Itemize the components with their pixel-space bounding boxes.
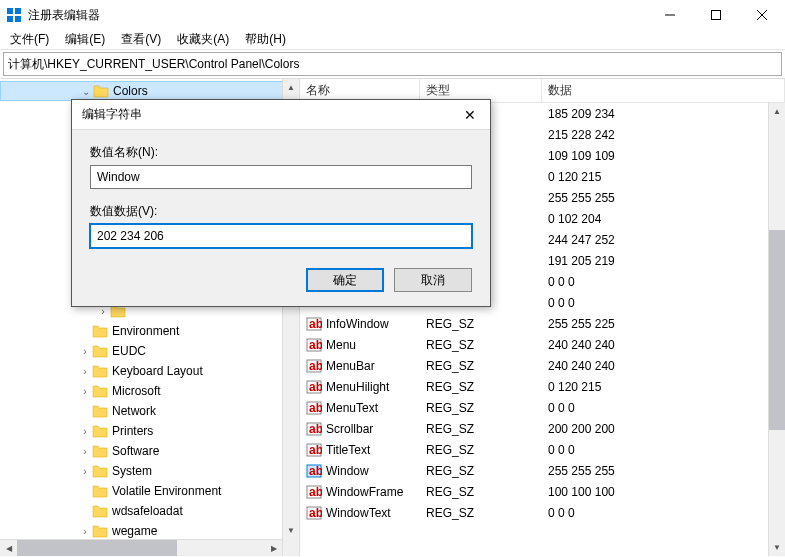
tree-item[interactable]: Volatile Environment	[0, 481, 299, 501]
list-row[interactable]: abMenuREG_SZ240 240 240	[300, 334, 785, 355]
tree-scrollbar-horizontal[interactable]: ◀ ▶	[0, 539, 282, 556]
tree-label: Network	[112, 404, 156, 418]
list-row[interactable]: abMenuBarREG_SZ240 240 240	[300, 355, 785, 376]
tree-expander[interactable]: ›	[78, 386, 92, 397]
svg-text:ab: ab	[309, 380, 322, 394]
value-name-field[interactable]	[90, 165, 472, 189]
value-name: Scrollbar	[326, 422, 373, 436]
value-type: REG_SZ	[426, 422, 474, 436]
scroll-up-button[interactable]: ▲	[283, 79, 299, 96]
value-data: 240 240 240	[548, 359, 615, 373]
tree-label: wegame	[112, 524, 157, 538]
value-data: 244 247 252	[548, 233, 615, 247]
list-row[interactable]: abWindowFrameREG_SZ100 100 100	[300, 481, 785, 502]
value-data: 255 255 255	[548, 464, 615, 478]
svg-rect-2	[7, 16, 13, 22]
close-button[interactable]	[739, 0, 785, 30]
tree-expander[interactable]: ⌄	[79, 86, 93, 97]
tree-item[interactable]: ›Software	[0, 441, 299, 461]
value-data: 255 255 225	[548, 317, 615, 331]
value-name: Menu	[326, 338, 356, 352]
list-row[interactable]: abWindowTextREG_SZ0 0 0	[300, 502, 785, 523]
menu-view[interactable]: 查看(V)	[121, 31, 161, 48]
list-row[interactable]: abScrollbarREG_SZ200 200 200	[300, 418, 785, 439]
tree-expander[interactable]: ›	[78, 346, 92, 357]
tree-item[interactable]: ›Keyboard Layout	[0, 361, 299, 381]
list-row[interactable]: abMenuHilightREG_SZ0 120 215	[300, 376, 785, 397]
list-scrollbar-vertical[interactable]: ▲ ▼	[768, 103, 785, 556]
scroll-thumb[interactable]	[769, 230, 785, 430]
scroll-left-button[interactable]: ◀	[0, 540, 17, 556]
svg-text:ab: ab	[309, 422, 322, 436]
svg-text:ab: ab	[309, 464, 322, 478]
tree-label: Environment	[112, 324, 179, 338]
minimize-button[interactable]	[647, 0, 693, 30]
menu-favorites[interactable]: 收藏夹(A)	[177, 31, 229, 48]
tree-item[interactable]: ›System	[0, 461, 299, 481]
value-data: 109 109 109	[548, 149, 615, 163]
scroll-up-button[interactable]: ▲	[769, 103, 785, 120]
tree-label: Volatile Environment	[112, 484, 221, 498]
value-name: WindowFrame	[326, 485, 403, 499]
svg-rect-0	[7, 8, 13, 14]
column-data[interactable]: 数据	[542, 79, 785, 102]
dialog-titlebar: 编辑字符串 ✕	[72, 100, 490, 130]
svg-text:ab: ab	[309, 443, 322, 457]
svg-rect-5	[712, 11, 721, 20]
value-data: 0 0 0	[548, 296, 575, 310]
tree-item[interactable]: Network	[0, 401, 299, 421]
app-icon	[6, 7, 22, 23]
tree-item[interactable]: ›Microsoft	[0, 381, 299, 401]
tree-expander[interactable]: ›	[78, 426, 92, 437]
value-type: REG_SZ	[426, 401, 474, 415]
tree-item[interactable]: ›EUDC	[0, 341, 299, 361]
value-data: 0 0 0	[548, 443, 575, 457]
value-name: MenuHilight	[326, 380, 389, 394]
tree-item[interactable]: ⌄Colors	[0, 81, 299, 101]
svg-text:ab: ab	[309, 506, 322, 520]
tree-item[interactable]: Environment	[0, 321, 299, 341]
list-row[interactable]: abInfoWindowREG_SZ255 255 225	[300, 313, 785, 334]
list-row[interactable]: abTitleTextREG_SZ0 0 0	[300, 439, 785, 460]
menu-help[interactable]: 帮助(H)	[245, 31, 286, 48]
value-type: REG_SZ	[426, 338, 474, 352]
scroll-down-button[interactable]: ▼	[283, 522, 299, 539]
ok-button[interactable]: 确定	[306, 268, 384, 292]
value-data: 200 200 200	[548, 422, 615, 436]
tree-expander[interactable]: ›	[78, 526, 92, 537]
list-row[interactable]: abMenuTextREG_SZ0 0 0	[300, 397, 785, 418]
tree-label: Printers	[112, 424, 153, 438]
svg-text:ab: ab	[309, 401, 322, 415]
list-row[interactable]: abWindowREG_SZ255 255 255	[300, 460, 785, 481]
value-name: MenuBar	[326, 359, 375, 373]
tree-label: Microsoft	[112, 384, 161, 398]
menu-file[interactable]: 文件(F)	[10, 31, 49, 48]
value-data: 185 209 234	[548, 107, 615, 121]
tree-expander[interactable]: ›	[78, 446, 92, 457]
tree-item[interactable]: ›Printers	[0, 421, 299, 441]
dialog-title: 编辑字符串	[82, 106, 450, 123]
dialog-close-button[interactable]: ✕	[450, 107, 490, 123]
value-data: 0 0 0	[548, 401, 575, 415]
cancel-button[interactable]: 取消	[394, 268, 472, 292]
svg-text:ab: ab	[309, 359, 322, 373]
scroll-thumb-h[interactable]	[17, 540, 177, 556]
scroll-right-button[interactable]: ▶	[265, 540, 282, 556]
tree-item[interactable]: wdsafeloadat	[0, 501, 299, 521]
tree-expander[interactable]: ›	[78, 366, 92, 377]
scroll-down-button[interactable]: ▼	[769, 539, 785, 556]
value-type: REG_SZ	[426, 317, 474, 331]
value-data: 0 0 0	[548, 275, 575, 289]
tree-item[interactable]: ›wegame	[0, 521, 299, 541]
svg-rect-3	[15, 16, 21, 22]
value-data-label: 数值数据(V):	[90, 203, 472, 220]
maximize-button[interactable]	[693, 0, 739, 30]
tree-expander[interactable]: ›	[96, 306, 110, 317]
tree-expander[interactable]: ›	[78, 466, 92, 477]
value-data: 215 228 242	[548, 128, 615, 142]
value-type: REG_SZ	[426, 506, 474, 520]
value-data-field[interactable]	[90, 224, 472, 248]
address-bar[interactable]: 计算机\HKEY_CURRENT_USER\Control Panel\Colo…	[3, 52, 782, 76]
window-titlebar: 注册表编辑器	[0, 0, 785, 30]
menu-edit[interactable]: 编辑(E)	[65, 31, 105, 48]
